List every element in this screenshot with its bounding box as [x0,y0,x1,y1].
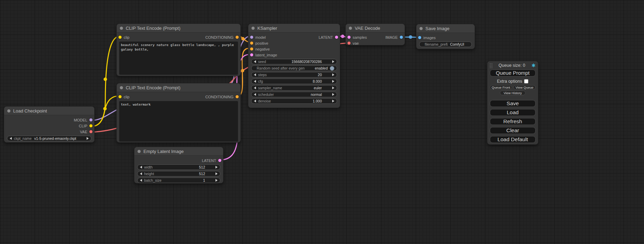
clip-output-port[interactable] [89,124,92,127]
latent-output-port[interactable] [335,36,338,39]
node-save-image[interactable]: Save Image images filename_prefix ComfyU… [416,24,475,49]
extra-options-checkbox[interactable] [524,79,528,83]
vae-input-port[interactable] [347,42,351,45]
decrement-arrow-icon[interactable] [254,60,256,63]
increment-arrow-icon[interactable] [215,179,218,182]
load-default-button[interactable]: Load Default [490,136,536,143]
negative-input-port[interactable] [250,47,253,51]
widget-scheduler[interactable]: scheduler normal [251,92,337,97]
node-empty-latent-image[interactable]: Empty Latent Image LATENT width 512 heig… [134,147,223,183]
comfyui-canvas[interactable]: { "canvas": {"background": "#232323", "g… [0,0,644,244]
node-title: VAE Decode [355,26,380,31]
toggle-icon[interactable] [330,66,334,71]
collapse-dot-icon[interactable] [120,27,123,30]
latent-output-port[interactable] [218,159,221,162]
queue-front-button[interactable]: Queue Front [490,85,512,90]
node-title: CLIP Text Encode (Prompt) [126,26,180,31]
images-input-port[interactable] [418,36,421,39]
node-load-checkpoint[interactable]: Load Checkpoint MODEL CLIP VAE ckpt_name… [4,106,95,143]
node-header[interactable]: VAE Decode [346,24,405,33]
node-clip-text-encode-negative[interactable]: CLIP Text Encode (Prompt) clip CONDITION… [116,83,241,143]
widget-height[interactable]: height 512 [137,171,220,177]
view-queue-button[interactable]: View Queue [513,85,536,90]
collapse-dot-icon[interactable] [138,150,141,153]
node-header[interactable]: KSampler [248,24,340,33]
widget-seed[interactable]: seed 156680208700286 [251,59,337,64]
collapse-dot-icon[interactable] [349,27,352,30]
increment-arrow-icon[interactable] [215,166,218,169]
decrement-arrow-icon[interactable] [10,137,12,140]
widget-width[interactable]: width 512 [137,164,220,170]
model-output-port[interactable] [89,118,92,121]
samples-input-port[interactable] [347,36,351,39]
increment-arrow-icon[interactable] [332,100,334,102]
input-label: negative [255,47,270,51]
node-header[interactable]: Save Image [416,24,475,33]
widget-ckpt-name[interactable]: ckpt_name v1-5-pruned-emaonly.ckpt [7,136,91,141]
decrement-arrow-icon[interactable] [254,80,256,83]
decrement-arrow-icon[interactable] [254,87,256,89]
positive-input-port[interactable] [250,42,253,45]
link-dot-icon [409,35,412,39]
widget-batch-size[interactable]: batch_size 1 [137,178,220,183]
widget-steps[interactable]: steps 20 [251,72,337,78]
clip-input-port[interactable] [118,95,122,98]
collapse-dot-icon[interactable] [120,86,123,89]
prompt-textarea[interactable]: text, watermark [119,101,238,142]
collapse-dot-icon[interactable] [7,109,10,112]
decrement-arrow-icon[interactable] [140,166,142,169]
widget-filename-prefix[interactable]: filename_prefix ComfyUI [419,42,472,47]
widget-denoise[interactable]: denoise 1.000 [251,98,337,104]
clip-input-port[interactable] [118,36,122,39]
input-label: clip [124,35,130,39]
clear-button[interactable]: Clear [490,127,536,134]
increment-arrow-icon[interactable] [215,172,218,175]
collapse-dot-icon[interactable] [252,27,255,30]
node-title: Empty Latent Image [143,149,184,154]
widget-random-seed[interactable]: Random seed after every gen enabled [251,65,337,71]
decrement-arrow-icon[interactable] [254,93,256,96]
decrement-arrow-icon[interactable] [254,73,256,76]
increment-arrow-icon[interactable] [332,60,334,63]
model-input-port[interactable] [250,36,253,39]
wire-clip-to-positive [91,36,120,126]
node-header[interactable]: Load Checkpoint [4,107,94,115]
node-vae-decode[interactable]: VAE Decode samples IMAGE vae [345,24,405,45]
widget-cfg[interactable]: cfg 8.000 [251,79,337,84]
save-button[interactable]: Save [490,100,536,107]
latent-image-input-port[interactable] [250,53,253,56]
node-ksampler[interactable]: KSampler model LATENT positive negative … [248,24,340,108]
increment-arrow-icon[interactable] [332,73,334,76]
node-clip-text-encode-positive[interactable]: CLIP Text Encode (Prompt) clip CONDITION… [116,24,241,76]
input-label: vae [353,41,359,45]
collapse-dot-icon[interactable] [420,27,423,30]
input-label: latent_image [255,53,277,57]
prompt-textarea[interactable]: beautiful scenery nature glass bottle la… [119,42,238,75]
node-header[interactable]: CLIP Text Encode (Prompt) [117,24,240,33]
conditioning-output-port[interactable] [236,36,239,39]
decrement-arrow-icon[interactable] [140,179,142,182]
node-title: Load Checkpoint [13,108,47,114]
link-dot-icon [341,35,344,38]
decrement-arrow-icon[interactable] [140,172,142,175]
load-button[interactable]: Load [490,109,536,116]
node-header[interactable]: CLIP Text Encode (Prompt) [117,83,240,92]
increment-arrow-icon[interactable] [332,80,334,83]
refresh-button[interactable]: Refresh [490,118,536,125]
drag-handle-icon[interactable] [490,63,492,68]
image-output-port[interactable] [400,36,403,39]
conditioning-output-port[interactable] [236,95,239,98]
output-label: VAE [80,130,87,134]
increment-arrow-icon[interactable] [87,137,89,140]
output-label: CONDITIONING [205,95,233,99]
widget-sampler-name[interactable]: sampler_name euler [251,85,337,91]
node-header[interactable]: Empty Latent Image [134,147,223,156]
queue-prompt-button[interactable]: Queue Prompt [490,70,536,76]
settings-gear-icon[interactable]: ✱ [531,63,536,68]
increment-arrow-icon[interactable] [332,93,334,96]
increment-arrow-icon[interactable] [332,87,334,89]
view-history-button[interactable]: View History [500,91,526,95]
decrement-arrow-icon[interactable] [254,100,256,102]
vae-output-port[interactable] [89,130,92,133]
queue-panel[interactable]: Queue size: 0 ✱ Queue Prompt Extra optio… [487,61,538,145]
